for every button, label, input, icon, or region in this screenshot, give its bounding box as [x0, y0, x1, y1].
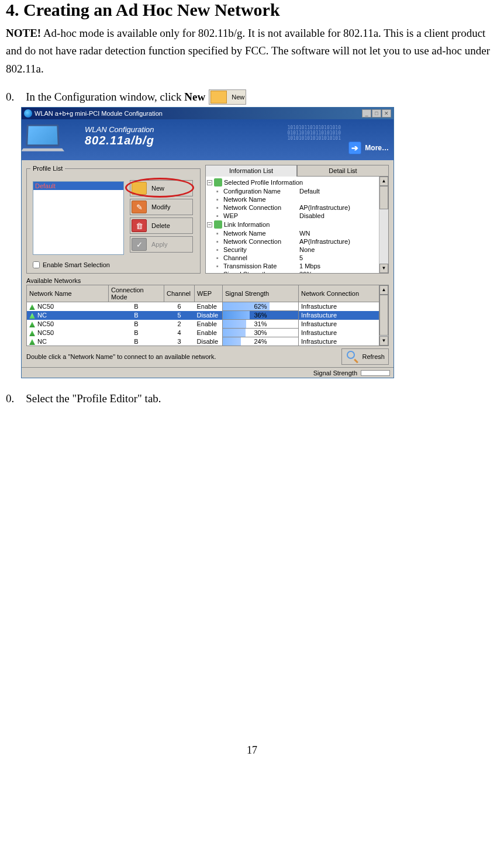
banner-decoration: 1010101101010101010 0101101010110101010 …: [287, 125, 341, 141]
step-text: In the Configuration window, click New: [26, 91, 205, 103]
scroll-up-icon[interactable]: ▲: [379, 177, 388, 186]
info-tree[interactable]: − Selected Profile Information ▪Configur…: [206, 177, 379, 273]
tree-row: ▪Network Name: [207, 195, 378, 203]
page-number: 17: [6, 744, 498, 757]
scroll-thumb[interactable]: [379, 295, 388, 336]
new-icon: [210, 91, 227, 103]
intro-paragraph: NOTE! Ad-hoc mode is available only for …: [6, 25, 498, 78]
section-heading: 4. Creating an Ad Hoc New Network: [6, 0, 498, 20]
apply-button-label: Apply: [151, 241, 168, 248]
col-channel[interactable]: Channel: [164, 285, 195, 302]
new-button-label: New: [232, 94, 244, 101]
available-networks-label: Available Networks: [26, 277, 389, 284]
info-scrollbar[interactable]: ▲ ▼: [379, 177, 388, 273]
tree-group-link: Link Information: [224, 221, 270, 228]
check-icon: ✓: [132, 238, 147, 251]
more-label: More…: [365, 144, 389, 152]
refresh-label: Refresh: [362, 353, 385, 360]
profile-list-legend: Profile List: [30, 165, 65, 172]
info-panel: − Selected Profile Information ▪Configur…: [205, 177, 389, 274]
tree-collapse-icon[interactable]: −: [207, 180, 212, 185]
delete-button[interactable]: 🗑 Delete: [130, 217, 193, 234]
note-label: NOTE!: [6, 27, 41, 39]
table-row[interactable]: NC50B2Enable31%Infrastucture: [27, 320, 379, 329]
modify-button[interactable]: ✎ Modify: [130, 199, 193, 215]
status-label: Signal Strength: [313, 369, 357, 377]
magnifier-icon: [346, 350, 358, 363]
scroll-down-icon[interactable]: ▼: [379, 336, 388, 346]
tree-group-profile: Selected Profile Information: [224, 179, 303, 186]
statusbar: Signal Strength: [22, 367, 393, 378]
network-icon: [29, 322, 35, 327]
more-button[interactable]: ➔ More…: [348, 141, 389, 154]
available-networks-hint: Double click a "Network Name" to connect…: [26, 353, 216, 360]
avail-scrollbar[interactable]: ▲ ▼: [379, 285, 389, 346]
table-row[interactable]: NCB5Disable36%Infrastucture: [27, 311, 379, 320]
modify-button-label: Modify: [151, 203, 170, 210]
arrow-right-icon: ➔: [348, 141, 361, 154]
modify-icon: ✎: [132, 201, 147, 213]
refresh-button[interactable]: Refresh: [341, 348, 389, 365]
tab-detail-list[interactable]: Detail List: [297, 165, 389, 177]
tree-collapse-icon[interactable]: −: [207, 222, 212, 227]
available-networks-table[interactable]: Network Name Connection Mode Channel WEP…: [26, 285, 379, 346]
table-row[interactable]: NC50B4Enable30%Infrastucture: [27, 329, 379, 337]
tab-information-list[interactable]: Information List: [205, 165, 297, 177]
profile-list-group: Profile List Default New ✎ Modify 🗑: [26, 165, 201, 274]
network-icon: [29, 304, 35, 310]
banner-line2: 802.11a/b/g: [85, 134, 154, 147]
link-info-icon: [214, 220, 222, 229]
laptop-graphic: [26, 124, 73, 156]
new-button[interactable]: New: [130, 180, 193, 196]
network-icon: [29, 330, 35, 336]
signal-indicator: [361, 370, 390, 376]
tree-row: ▪WEPDisabled: [207, 212, 378, 220]
tree-row: ▪Configuration NameDefault: [207, 187, 378, 195]
scroll-down-icon[interactable]: ▼: [379, 264, 388, 273]
profile-info-icon: [214, 178, 222, 186]
tree-row: ▪Channel5: [207, 254, 378, 262]
smart-selection-input[interactable]: [33, 261, 40, 268]
wlan-config-window: WLAN a+b+g mini-PCI Module Configuration…: [21, 107, 394, 378]
table-row[interactable]: NCB3Disable24%Infrastucture: [27, 337, 379, 346]
network-icon: [29, 339, 35, 345]
app-icon: [24, 109, 32, 118]
new-button-inline-illustration: New: [209, 89, 246, 105]
col-signal-strength[interactable]: Signal Strength: [223, 285, 299, 302]
apply-button: ✓ Apply: [130, 236, 193, 253]
col-wep[interactable]: WEP: [195, 285, 223, 302]
tree-row: ▪Network ConnectionAP(Infrastructure): [207, 203, 378, 212]
col-connection-mode[interactable]: Connection Mode: [109, 285, 164, 302]
tree-row: ▪Signal Strength36%: [207, 270, 378, 273]
banner-line1: WLAN Configuration: [85, 125, 154, 134]
step-number: 0.: [6, 392, 14, 405]
table-row[interactable]: NC50B6Enable62%Infrastucture: [27, 302, 379, 311]
smart-selection-checkbox[interactable]: Enable Smart Selection: [33, 261, 110, 268]
maximize-button[interactable]: □: [372, 109, 381, 118]
new-icon: [132, 182, 147, 195]
new-button-label: New: [151, 185, 164, 192]
tree-row: ▪SecurityNone: [207, 246, 378, 254]
window-titlebar[interactable]: WLAN a+b+g mini-PCI Module Configuration…: [22, 108, 393, 119]
tree-row: ▪Transmission Rate1 Mbps: [207, 262, 378, 270]
delete-button-label: Delete: [151, 222, 170, 229]
profile-listbox[interactable]: Default: [33, 181, 124, 255]
col-network-connection[interactable]: Network Connection: [299, 285, 379, 302]
scroll-thumb[interactable]: [379, 186, 388, 209]
network-icon: [29, 313, 35, 319]
col-network-name[interactable]: Network Name: [27, 285, 109, 302]
step-text: Select the "Profile Editor" tab.: [26, 392, 161, 405]
profile-item-default[interactable]: Default: [33, 182, 123, 190]
banner: WLAN Configuration 802.11a/b/g 101010110…: [22, 119, 393, 160]
tree-row: ▪Network NameWN: [207, 229, 378, 237]
tree-row: ▪Network ConnectionAP(Infrastructure): [207, 237, 378, 246]
scroll-up-icon[interactable]: ▲: [379, 285, 388, 295]
window-title: WLAN a+b+g mini-PCI Module Configuration: [34, 110, 163, 117]
close-button[interactable]: ✕: [382, 109, 391, 118]
intro-text: Ad-hoc mode is available only for 802.11…: [6, 27, 490, 75]
smart-selection-label: Enable Smart Selection: [43, 261, 110, 268]
step-number: 0.: [6, 91, 14, 103]
trash-icon: 🗑: [132, 219, 147, 232]
minimize-button[interactable]: _: [362, 109, 371, 118]
